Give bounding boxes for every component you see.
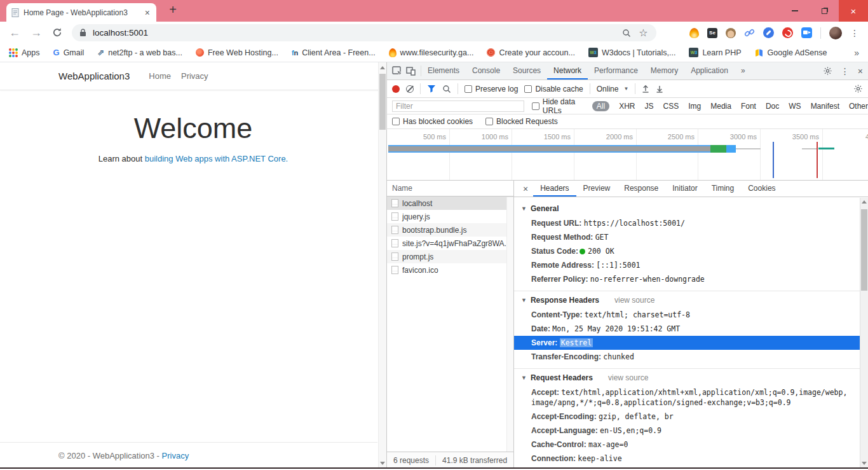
bookmark-gmail[interactable]: GGmail xyxy=(53,48,85,57)
request-row-bootstrap[interactable]: bootstrap.bundle.js xyxy=(387,223,513,237)
more-tabs-icon[interactable]: » xyxy=(735,62,752,79)
back-button[interactable]: ← xyxy=(9,26,20,39)
tab-close-icon[interactable]: × xyxy=(144,8,151,17)
network-overview-timeline[interactable]: 500 ms 1000 ms 1500 ms 2000 ms 2500 ms 3… xyxy=(387,129,868,181)
request-row-promptjs[interactable]: prompt.js xyxy=(387,250,513,263)
blocked-requests-checkbox[interactable]: Blocked Requests xyxy=(485,117,558,126)
tab-cookies[interactable]: Cookies xyxy=(741,181,782,197)
bookmark-learn-php[interactable]: W3Learn PHP xyxy=(689,48,741,57)
filter-type-js[interactable]: JS xyxy=(645,102,654,111)
network-filter-input[interactable] xyxy=(392,100,524,112)
tab-headers[interactable]: Headers xyxy=(533,181,576,197)
checkbox-icon[interactable] xyxy=(485,118,493,125)
tab-preview[interactable]: Preview xyxy=(576,181,618,197)
header-row-highlighted[interactable]: Server: Kestrel xyxy=(514,336,860,350)
throttling-dropdown[interactable]: Online▼ xyxy=(597,85,629,93)
tab-elements[interactable]: Elements xyxy=(421,62,466,79)
bookmark-net2ftp[interactable]: ⇗net2ftp - a web bas... xyxy=(97,48,182,57)
zoom-search-icon[interactable] xyxy=(621,27,632,38)
bookmark-free-web-hosting[interactable]: Free Web Hosting... xyxy=(196,48,278,57)
lock-icon[interactable] xyxy=(79,29,86,37)
general-section-header[interactable]: ▼General xyxy=(514,201,860,216)
window-restore-button[interactable] xyxy=(810,0,839,22)
record-button[interactable] xyxy=(392,85,400,93)
filter-type-manifest[interactable]: Manifest xyxy=(811,102,839,111)
devtools-settings-icon[interactable] xyxy=(823,66,832,76)
bookmark-google-adsense[interactable]: Google AdSense xyxy=(755,48,827,57)
request-row-favicon[interactable]: favicon.ico xyxy=(387,263,513,277)
export-har-icon[interactable] xyxy=(656,85,663,93)
details-scrollbar[interactable] xyxy=(860,198,868,469)
filter-type-img[interactable]: Img xyxy=(688,102,701,111)
page-scrollbar[interactable] xyxy=(378,62,386,469)
refresh-button[interactable] xyxy=(52,27,62,38)
nav-home-link[interactable]: Home xyxy=(149,71,171,81)
import-har-icon[interactable] xyxy=(642,85,649,93)
tab-sources[interactable]: Sources xyxy=(506,62,547,79)
bookmark-client-area[interactable]: fnClient Area - Freen... xyxy=(292,48,376,57)
address-bar[interactable]: localhost:5001 ☆ xyxy=(72,24,656,41)
request-list-scrollbar[interactable] xyxy=(506,197,513,452)
inspect-element-icon[interactable] xyxy=(392,66,402,76)
red-swirl-extension-icon[interactable] xyxy=(782,27,793,38)
request-headers-header[interactable]: ▼Request Headersview source xyxy=(514,370,860,385)
scroll-down-arrow[interactable] xyxy=(380,462,385,465)
window-close-button[interactable]: × xyxy=(839,0,868,22)
filter-type-font[interactable]: Font xyxy=(741,102,756,111)
request-row-localhost[interactable]: localhost xyxy=(387,197,513,210)
search-icon[interactable] xyxy=(442,85,451,93)
checkbox-icon[interactable] xyxy=(532,102,539,110)
bookmarks-overflow-icon[interactable]: » xyxy=(854,48,859,58)
device-toolbar-icon[interactable] xyxy=(406,67,416,76)
link-circle-extension-icon[interactable] xyxy=(763,27,774,38)
filter-type-doc[interactable]: Doc xyxy=(766,102,779,111)
request-row-sitejs[interactable]: site.js?v=4q1jwFhaPaZgr8WA... xyxy=(387,237,513,250)
nav-privacy-link[interactable]: Privacy xyxy=(181,71,208,81)
selenium-extension-icon[interactable]: Se xyxy=(707,28,717,38)
clear-requests-icon[interactable] xyxy=(406,85,414,93)
response-headers-header[interactable]: ▼Response Headersview source xyxy=(514,293,860,308)
browser-menu-icon[interactable]: ⋮ xyxy=(850,28,859,38)
tab-memory[interactable]: Memory xyxy=(644,62,684,79)
scroll-down-arrow[interactable] xyxy=(862,462,867,465)
request-row-jquery[interactable]: jquery.js xyxy=(387,210,513,223)
bookmark-filesecurity[interactable]: www.filesecurity.ga... xyxy=(389,48,474,57)
bookmark-create-account[interactable]: Create your accoun... xyxy=(487,48,575,57)
aspnet-core-link[interactable]: building Web apps with ASP.NET Core. xyxy=(145,154,288,163)
preserve-log-checkbox[interactable]: Preserve log xyxy=(465,85,518,93)
filter-type-media[interactable]: Media xyxy=(710,102,731,111)
scroll-up-arrow[interactable] xyxy=(380,66,385,69)
tab-performance[interactable]: Performance xyxy=(588,62,644,79)
zoom-app-extension-icon[interactable] xyxy=(801,27,812,38)
view-source-link[interactable]: view source xyxy=(608,373,648,382)
devtools-close-icon[interactable]: × xyxy=(858,66,863,76)
filter-type-other[interactable]: Other xyxy=(849,102,868,111)
filter-type-ws[interactable]: WS xyxy=(789,102,801,111)
scrollbar-thumb[interactable] xyxy=(861,209,867,291)
browser-tab[interactable]: Home Page - WebApplication3 × xyxy=(6,3,156,22)
devtools-menu-icon[interactable]: ⋮ xyxy=(841,66,850,76)
tab-console[interactable]: Console xyxy=(466,62,506,79)
checkbox-icon[interactable] xyxy=(524,85,532,93)
tab-timing[interactable]: Timing xyxy=(705,181,742,197)
name-column-header[interactable]: Name xyxy=(387,181,513,197)
apps-button[interactable]: Apps xyxy=(9,48,40,57)
tab-initiator[interactable]: Initiator xyxy=(665,181,704,197)
monkey-extension-icon[interactable] xyxy=(726,28,736,38)
checkbox-icon[interactable] xyxy=(465,85,472,93)
bookmark-w3docs[interactable]: W3W3docs | Tutorials,... xyxy=(588,48,675,57)
window-minimize-button[interactable] xyxy=(780,0,810,22)
scroll-up-arrow[interactable] xyxy=(862,200,867,204)
footer-privacy-link[interactable]: Privacy xyxy=(162,451,189,460)
scrollbar-thumb[interactable] xyxy=(379,74,386,130)
link-chain-extension-icon[interactable] xyxy=(744,27,755,38)
filter-type-css[interactable]: CSS xyxy=(663,102,679,111)
tab-network[interactable]: Network xyxy=(547,62,588,79)
forward-button[interactable]: → xyxy=(31,26,42,39)
checkbox-icon[interactable] xyxy=(392,118,400,125)
bookmark-star-icon[interactable]: ☆ xyxy=(638,27,649,38)
site-brand-link[interactable]: WebApplication3 xyxy=(58,71,130,81)
flame-extension-icon[interactable] xyxy=(689,28,699,38)
filter-funnel-icon[interactable] xyxy=(427,85,436,93)
filter-type-all[interactable]: All xyxy=(592,101,609,111)
